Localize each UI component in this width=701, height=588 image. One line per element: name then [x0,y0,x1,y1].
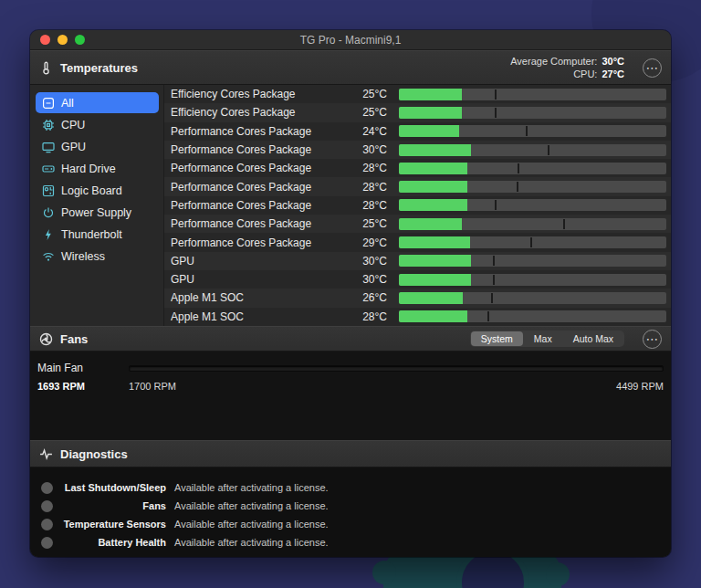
sidebar-item-wireless[interactable]: Wireless [36,246,159,267]
sidebar-item-all[interactable]: All [36,92,159,113]
sensor-temp: 25°C [349,106,387,119]
sidebar-item-label: CPU [61,119,85,131]
temp-bar-tick [495,200,497,210]
temperatures-more-button[interactable]: ⋯ [643,58,662,78]
temperature-row[interactable]: Performance Cores Package 28°C [164,196,671,215]
temp-bar-fill [399,199,467,211]
diagnostic-row-temperature-sensors: Temperature Sensors Available after acti… [41,515,671,533]
sidebar-item-cpu[interactable]: CPU [36,114,159,135]
fans-more-button[interactable]: ⋯ [643,330,662,349]
sensor-temp: 28°C [349,310,387,323]
sidebar-item-gpu[interactable]: GPU [36,136,159,157]
temp-bar-fill [399,144,471,156]
status-dot [41,500,53,512]
temp-bar-tick [517,182,518,192]
background-mascot-hand-left [372,561,396,584]
diagnostic-status: Available after activating a license. [174,519,329,530]
sensor-name: Performance Cores Package [171,125,349,138]
sidebar-item-label: All [61,97,74,110]
average-computer-label: Average Computer: [510,56,597,67]
temp-bar [399,181,666,193]
fan-name: Main Fan [37,362,129,374]
temp-bar-tick [530,237,532,247]
status-dot [41,482,53,494]
sidebar-item-label: Power Supply [61,206,131,219]
sensor-name: Apple M1 SOC [171,291,349,304]
temp-bar [399,144,666,156]
temp-bar [399,218,666,230]
temp-bar-fill [399,236,470,248]
temperature-row[interactable]: Performance Cores Package 25°C [164,215,671,233]
sidebar-item-hard-drive[interactable]: Hard Drive [36,158,159,179]
sidebar-item-thunderbolt[interactable]: Thunderbolt [36,224,159,245]
fans-title: Fans [60,332,88,346]
sensor-temp: 29°C [349,236,387,249]
temperature-row[interactable]: Performance Cores Package 24°C [164,122,671,141]
temperatures-title: Temperatures [60,61,138,75]
app-window: TG Pro - Macmini9,1 Temperatures Average… [30,30,671,557]
hard-drive-icon [42,163,55,175]
temperature-row[interactable]: Efficiency Cores Package 25°C [164,85,671,103]
temperature-row[interactable]: Performance Cores Package 30°C [164,141,671,159]
temp-bar-fill [399,255,471,267]
temperatures-main: All CPU GPU Hard Drive Logic Board [30,85,671,326]
sensor-temp: 28°C [349,181,387,194]
sidebar-item-logic-board[interactable]: Logic Board [36,180,159,201]
fans-panel: Main Fan 1693 RPM 1700 RPM 4499 RPM [30,352,671,440]
temperature-row[interactable]: GPU 30°C [164,270,671,289]
fan-speed-slider[interactable] [129,365,664,372]
temperature-summary: Average Computer:30°C CPU:27°C [510,55,624,80]
temp-bar-tick [526,126,528,136]
cpu-value: 27°C [602,68,624,79]
fan-mode-max[interactable]: Max [524,331,562,346]
window-titlebar[interactable]: TG Pro - Macmini9,1 [30,30,671,50]
temp-bar-fill [399,125,459,137]
temp-bar-tick [487,311,489,321]
temp-bar-tick [493,275,495,285]
wifi-icon [42,250,55,263]
temp-bar-tick [493,256,495,266]
sensor-name: Performance Cores Package [171,181,349,194]
diagnostic-status: Available after activating a license. [174,537,329,548]
temperature-row[interactable]: Performance Cores Package 29°C [164,233,671,251]
fan-icon [39,332,53,346]
diagnostics-section-header: Diagnostics [30,440,671,467]
sensor-temp: 30°C [349,143,387,156]
temperature-row[interactable]: Performance Cores Package 28°C [164,177,671,195]
temperature-row[interactable]: Efficiency Cores Package 25°C [164,103,671,121]
temp-bar-fill [399,89,462,100]
temperature-list: Efficiency Cores Package 25°C Efficiency… [163,85,671,326]
close-window-button[interactable] [40,35,50,45]
diagnostic-status: Available after activating a license. [174,482,329,493]
desktop-background: TG Pro - Macmini9,1 Temperatures Average… [0,0,701,588]
waveform-icon [39,447,53,461]
temp-bar-tick [548,145,549,155]
average-computer-value: 30°C [602,56,624,67]
temp-bar-tick [495,108,497,118]
diagnostic-label: Last Shutdown/Sleep [58,482,166,493]
temperature-row[interactable]: Apple M1 SOC 28°C [164,308,671,326]
status-dot [41,519,53,530]
fan-max-rpm: 4499 RPM [616,381,664,392]
temperature-row[interactable]: Performance Cores Package 28°C [164,159,671,177]
sensor-temp: 25°C [349,88,387,100]
thermometer-icon [39,61,53,75]
fan-mode-auto-max[interactable]: Auto Max [563,331,623,346]
thunderbolt-icon [42,228,55,241]
temperature-row[interactable]: Apple M1 SOC 26°C [164,289,671,307]
window-title: TG Pro - Macmini9,1 [300,34,402,47]
temp-bar-fill [399,274,471,286]
zoom-window-button[interactable] [75,35,85,45]
status-dot [41,537,53,549]
temp-bar [399,274,666,286]
sidebar-item-power-supply[interactable]: Power Supply [36,202,159,223]
logic-board-icon [42,184,55,197]
sidebar-item-label: Logic Board [61,184,122,197]
temp-bar [399,255,666,267]
fans-section-header: Fans System Max Auto Max ⋯ [30,326,671,352]
fan-mode-system[interactable]: System [471,331,523,346]
minimize-window-button[interactable] [58,35,68,45]
sensor-name: Performance Cores Package [171,143,349,156]
temp-bar-fill [399,292,463,304]
temperature-row[interactable]: GPU 30°C [164,252,671,270]
